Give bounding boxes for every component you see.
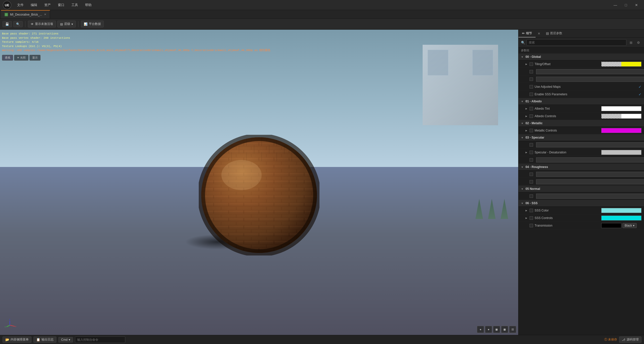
output-log-button[interactable]: 📋 输出日志 (33, 336, 56, 343)
normal-strength-value[interactable]: 1.0 (536, 194, 644, 199)
albedo-controls-expand-icon[interactable]: ▶ (525, 114, 528, 118)
material-tab[interactable]: MI_Decorative_Brick_... ✕ (1, 10, 50, 18)
rotation-value[interactable]: 0.0 (536, 69, 644, 74)
specular-desat-swatch[interactable] (601, 150, 641, 155)
albedo-controls-checkbox[interactable] (530, 114, 533, 118)
viewport-corner-buttons: ● ● ◼ ◼ ⊞ (477, 326, 516, 333)
metallic-controls-value[interactable] (601, 128, 641, 133)
specular-desat-expand-icon[interactable]: ▶ (525, 151, 528, 154)
perspective-button[interactable]: 透视 (2, 55, 13, 61)
panel-settings-icon-button[interactable]: ⚙ (635, 39, 641, 46)
lighting-button[interactable]: ☀ 光照 (14, 55, 28, 61)
sphere-mode-button[interactable]: ● (477, 326, 484, 333)
menu-tools[interactable]: 工具 (68, 2, 81, 8)
base-specular-value[interactable]: 0.5 (536, 142, 644, 147)
sss-color-checkbox[interactable] (530, 209, 533, 212)
viewport[interactable]: Base pass shader: 271 instructions Base … (0, 30, 518, 335)
eye-icon: 👁 (31, 22, 34, 26)
albedo-tint-value[interactable] (601, 106, 641, 111)
details-tab-label: 细节 (526, 31, 532, 35)
lighting-label: 光照 (20, 56, 26, 59)
max-roughness-value[interactable]: 1.0 (536, 172, 644, 177)
cmd-button[interactable]: Cmd ▾ (58, 337, 73, 342)
content-browser-icon: 📂 (5, 338, 9, 341)
menu-asset[interactable]: 资产 (41, 2, 54, 8)
panel-tab-details[interactable]: ✏ 细节 (518, 30, 536, 37)
grid-button[interactable]: ◼ (493, 326, 500, 333)
tab-close-icon[interactable]: ✕ (44, 13, 46, 16)
sss-controls-checkbox[interactable] (530, 216, 533, 220)
albedo-tint-expand-icon[interactable]: ▶ (525, 107, 528, 110)
albedo-tint-checkbox[interactable] (530, 107, 533, 110)
specular-desat-checkbox[interactable] (530, 151, 533, 154)
source-control-button[interactable]: ⎇ 源码管理 (619, 336, 641, 343)
metallic-controls-swatch[interactable] (601, 128, 641, 133)
plane-mode-button[interactable]: ● (485, 326, 492, 333)
platform-data-button[interactable]: 📊 平台数据 (81, 21, 104, 27)
group-global-header[interactable]: ▼ 00 - Global (518, 54, 644, 60)
group-specular-header[interactable]: ▼ 03 - Specular (518, 134, 644, 141)
ao-value[interactable]: 1.0 (536, 77, 644, 82)
transmission-checkbox[interactable] (530, 224, 533, 227)
minimize-button[interactable]: — (610, 1, 620, 9)
base-specular-checkbox[interactable] (530, 143, 533, 147)
group-albedo-header[interactable]: ▼ 01 - Albedo (518, 98, 644, 105)
view-options-button[interactable]: ◼ (501, 326, 508, 333)
group-normal-header[interactable]: ▼ 05 Normal (518, 186, 644, 192)
group-roughness-header[interactable]: ▼ 04 - Roughness (518, 164, 644, 170)
tiling-value[interactable] (601, 62, 641, 67)
content-browser-label: 内容侧滑菜单 (11, 337, 29, 342)
albedo-controls-value[interactable] (601, 114, 641, 119)
show-button[interactable]: 显示 (29, 55, 41, 61)
panel-tab-layers[interactable]: ▤ 图层参数 (542, 30, 566, 37)
min-roughness-value[interactable]: 0.0 (536, 179, 644, 184)
close-button[interactable]: ✕ (631, 1, 641, 9)
find-button[interactable]: 🔍 (13, 21, 23, 27)
maximize-button[interactable]: □ (621, 1, 631, 9)
sss-controls-expand-icon[interactable]: ▶ (525, 216, 528, 220)
group-metallic-header[interactable]: ▼ 02 - Metallic (518, 120, 644, 127)
sss-color-expand-icon[interactable]: ▶ (525, 209, 528, 212)
metallic-controls-expand-icon[interactable]: ▶ (525, 129, 528, 132)
transmission-value[interactable]: Black ▾ (601, 223, 641, 228)
sss-color-swatch[interactable] (601, 208, 641, 213)
menu-help[interactable]: 帮助 (82, 2, 95, 8)
menu-file[interactable]: 文件 (14, 2, 27, 8)
transmission-dropdown[interactable]: Black ▾ (622, 223, 637, 228)
content-browser-button[interactable]: 📂 内容侧滑菜单 (3, 336, 31, 343)
adjusted-checkbox[interactable] (530, 85, 533, 89)
tab-label: MI_Decorative_Brick_... (10, 13, 42, 16)
save-all-button[interactable]: 💾 (3, 21, 12, 27)
group-sss-header[interactable]: ▼ 06 - SSS (518, 200, 644, 207)
console-input[interactable] (75, 336, 125, 343)
max-roughness-checkbox[interactable] (530, 173, 533, 176)
svg-text:Z: Z (9, 319, 10, 321)
metallic-controls-checkbox[interactable] (530, 129, 533, 132)
panel-tab-close[interactable]: ✕ (536, 32, 542, 35)
sss-enable-checkbox[interactable] (530, 93, 533, 96)
albedo-tint-swatch[interactable] (601, 106, 641, 111)
fullscreen-button[interactable]: ⊞ (509, 326, 516, 333)
menu-window[interactable]: 窗口 (55, 2, 67, 8)
min-roughness-checkbox[interactable] (530, 180, 533, 184)
tiling-expand-icon[interactable]: ▶ (525, 62, 528, 66)
group-albedo-expand-icon: ▼ (521, 100, 524, 103)
normal-strength-checkbox[interactable] (530, 194, 533, 198)
trees (475, 199, 508, 219)
ao-checkbox[interactable] (530, 77, 533, 81)
specular-albedo-checkbox[interactable] (530, 158, 533, 162)
sss-controls-swatch[interactable] (601, 216, 641, 221)
tiling-checkbox[interactable] (530, 62, 533, 66)
layers-button[interactable]: ▤ 层级 ▾ (57, 21, 76, 27)
search-input[interactable] (527, 39, 626, 46)
transmission-color-swatch[interactable] (601, 223, 621, 228)
sss-controls-value[interactable] (601, 216, 641, 221)
panel-grid-icon-button[interactable]: ⊞ (628, 39, 634, 46)
specular-desat-value[interactable] (601, 150, 641, 155)
specular-albedo-value[interactable]: 0.0 (536, 157, 644, 162)
sss-color-value[interactable] (601, 208, 641, 213)
param-use-adjusted-maps: Use Adjusted Maps ✓ (518, 83, 644, 91)
show-inactive-button[interactable]: 👁 显示未激活项 (28, 21, 56, 27)
menu-edit[interactable]: 编辑 (28, 2, 40, 8)
rotation-checkbox[interactable] (530, 70, 533, 73)
